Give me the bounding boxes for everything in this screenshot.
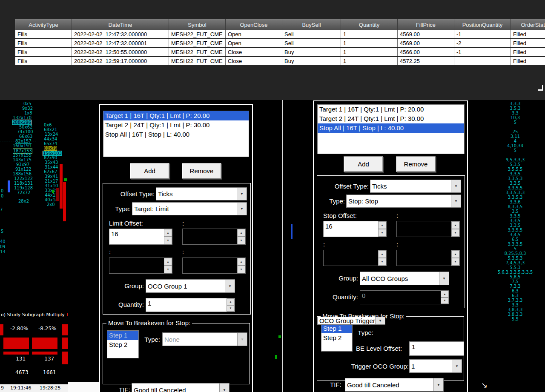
fills-column-header[interactable]: PositionQuantity xyxy=(454,20,511,30)
fills-column-header[interactable]: FillPrice xyxy=(398,20,454,30)
resize-arrow-icon[interactable]: ↘ xyxy=(481,381,488,389)
breakeven-type-label: Type: xyxy=(354,329,373,336)
breakeven-step-list[interactable]: Step 1Step 2 xyxy=(107,330,139,358)
spin-up-icon[interactable]: ▲ xyxy=(227,298,235,305)
chevron-down-icon[interactable]: ▼ xyxy=(433,378,443,391)
chart-blue-mark xyxy=(291,224,293,239)
trade-size-number: 8,3,3,5 xyxy=(490,204,541,209)
chevron-down-icon[interactable]: ▼ xyxy=(451,180,461,192)
order-list[interactable]: Target 1 | 16T | Qty:1 | Lmt | P: 20.00T… xyxy=(103,111,249,157)
spin-up-icon[interactable]: ▲ xyxy=(451,250,459,258)
quantity-input[interactable]: 0 ▲▼ xyxy=(360,290,449,304)
remove-button[interactable]: Remove xyxy=(182,163,221,179)
breakeven-step-list[interactable]: Step 1Step 2 xyxy=(321,323,353,352)
tif-select[interactable]: Good till Canceled▼ xyxy=(132,383,229,392)
spin-down-icon[interactable]: ▼ xyxy=(378,229,386,237)
trade-size-number: 7,5 xyxy=(490,279,541,284)
list-item[interactable]: Step 2 xyxy=(321,333,352,343)
chevron-down-icon[interactable]: ▼ xyxy=(237,188,247,200)
breakeven-type-select[interactable]: OCO Group Trigger▼ xyxy=(317,317,385,325)
fills-row[interactable]: Fills2022-02-02 12:50:55.000000MESH22_FU… xyxy=(15,48,545,57)
remove-button[interactable]: Remove xyxy=(396,156,436,172)
offset-input-1[interactable]: 16 ▲▼ xyxy=(323,221,387,237)
fills-column-header[interactable]: ActivityType xyxy=(15,20,72,30)
offset-input-2[interactable]: ▲▼ xyxy=(396,221,460,237)
type-select[interactable]: Stop: Stop▼ xyxy=(346,195,461,208)
offset-input-4[interactable]: ▲▼ xyxy=(182,258,246,274)
group-select[interactable]: OCO Group 1▼ xyxy=(146,279,235,293)
chevron-down-icon[interactable]: ▼ xyxy=(439,272,449,285)
add-button[interactable]: Add xyxy=(344,156,383,172)
add-button[interactable]: Add xyxy=(130,163,169,179)
spin-down-icon[interactable]: ▼ xyxy=(237,266,245,273)
chart-bar xyxy=(63,182,66,221)
spin-down-icon[interactable]: ▼ xyxy=(237,237,245,244)
spin-down-icon[interactable]: ▼ xyxy=(378,258,386,266)
list-item[interactable]: Step 2 xyxy=(107,340,138,349)
trigger-oco-group-select[interactable]: 1▼ xyxy=(409,359,462,373)
offset-input-4[interactable]: ▲▼ xyxy=(396,250,460,266)
list-item[interactable]: Step 1 xyxy=(321,324,352,333)
offset-input-3[interactable]: ▲▼ xyxy=(323,250,387,266)
spin-down-icon[interactable]: ▼ xyxy=(164,266,172,273)
bid-ask-number: 122x122 xyxy=(14,176,33,181)
offset-input-3[interactable]: ▲▼ xyxy=(109,258,172,274)
quantity-input[interactable]: 1 ▲▼ xyxy=(146,298,235,312)
offset-type-select[interactable]: Ticks▼ xyxy=(370,180,461,193)
list-item[interactable]: Target 2 | 24T | Qty:1 | Lmt | P: 30.00 xyxy=(103,120,249,130)
type-label: Type: xyxy=(105,205,131,212)
fills-column-header[interactable]: BuySell xyxy=(282,20,341,30)
spin-up-icon[interactable]: ▲ xyxy=(237,258,245,266)
fills-cell: 1 xyxy=(341,48,398,57)
fills-cell: Filled xyxy=(511,48,545,57)
list-item[interactable]: Stop All | 16T | Stop | L: 40.00 xyxy=(103,130,249,139)
spin-down-icon[interactable]: ▼ xyxy=(227,305,235,312)
list-item[interactable]: Target 1 | 16T | Qty:1 | Lmt | P: 20.00 xyxy=(103,111,249,120)
chevron-down-icon[interactable]: ▼ xyxy=(237,333,247,346)
spin-up-icon[interactable]: ▲ xyxy=(164,258,172,266)
tif-select[interactable]: Good till Canceled▼ xyxy=(345,378,444,392)
study-label-text: o) Study Subgraph Multiply xyxy=(1,312,65,318)
spin-up-icon[interactable]: ▲ xyxy=(164,229,172,237)
fills-column-header[interactable]: DateTime xyxy=(72,20,169,30)
fills-column-header[interactable]: OrderStatus xyxy=(511,20,545,30)
chevron-down-icon[interactable]: ▼ xyxy=(451,195,461,207)
list-item[interactable]: Target 2 | 24T | Qty:1 | Lmt | P: 30.00 xyxy=(318,114,464,123)
fills-cell: 4569.00 xyxy=(398,30,454,39)
group-select[interactable]: All OCO Groups▼ xyxy=(360,272,449,285)
chevron-down-icon[interactable]: ▼ xyxy=(225,280,235,292)
be-level-offset-input[interactable]: 1 xyxy=(409,341,464,356)
chevron-down-icon[interactable]: ▼ xyxy=(375,317,385,324)
spin-down-icon[interactable]: ▼ xyxy=(441,298,449,304)
spin-up-icon[interactable]: ▲ xyxy=(378,221,386,229)
fills-row[interactable]: Fills2022-02-02 12:47:32.000001MESH22_FU… xyxy=(15,39,545,48)
fills-column-header[interactable]: Quantity xyxy=(341,20,398,30)
fills-column-header[interactable]: OpenClose xyxy=(226,20,282,30)
chevron-down-icon[interactable]: ▼ xyxy=(219,383,229,392)
spin-down-icon[interactable]: ▼ xyxy=(164,237,172,244)
spin-up-icon[interactable]: ▲ xyxy=(451,221,459,229)
offset-type-select[interactable]: Ticks▼ xyxy=(156,187,247,200)
spin-up-icon[interactable]: ▲ xyxy=(441,291,449,298)
quantity-value: 0 xyxy=(360,291,441,304)
breakeven-type-value: None xyxy=(163,336,237,343)
fills-row[interactable]: Fills2022-02-02 12:59:17.000000MESH22_FU… xyxy=(15,57,545,66)
type-select[interactable]: Target: Limit▼ xyxy=(132,202,247,215)
spin-up-icon[interactable]: ▲ xyxy=(237,229,245,237)
list-item[interactable]: Target 1 | 16T | Qty:1 | Lmt | P: 20.00 xyxy=(318,105,464,114)
offset-input-1[interactable]: 16 ▲▼ xyxy=(109,229,172,245)
list-item[interactable]: Step 1 xyxy=(107,331,138,340)
chevron-down-icon[interactable]: ▼ xyxy=(237,203,247,215)
colon-label: : xyxy=(182,220,184,227)
order-list[interactable]: Target 1 | 16T | Qty:1 | Lmt | P: 20.00T… xyxy=(317,104,465,154)
chevron-down-icon[interactable]: ▼ xyxy=(452,360,462,372)
chart-bar xyxy=(32,338,57,349)
fills-row[interactable]: Fills2022-02-02 12:47:32.000000MESH22_FU… xyxy=(15,30,545,39)
breakeven-type-select[interactable]: None▼ xyxy=(162,332,247,346)
spin-up-icon[interactable]: ▲ xyxy=(378,250,386,258)
fills-column-header[interactable]: Symbol xyxy=(169,20,226,30)
spin-down-icon[interactable]: ▼ xyxy=(451,229,459,237)
list-item[interactable]: Stop All | 16T | Stop | L: 40.00 xyxy=(318,123,464,133)
spin-down-icon[interactable]: ▼ xyxy=(451,258,459,266)
offset-input-2[interactable]: ▲▼ xyxy=(182,229,246,245)
